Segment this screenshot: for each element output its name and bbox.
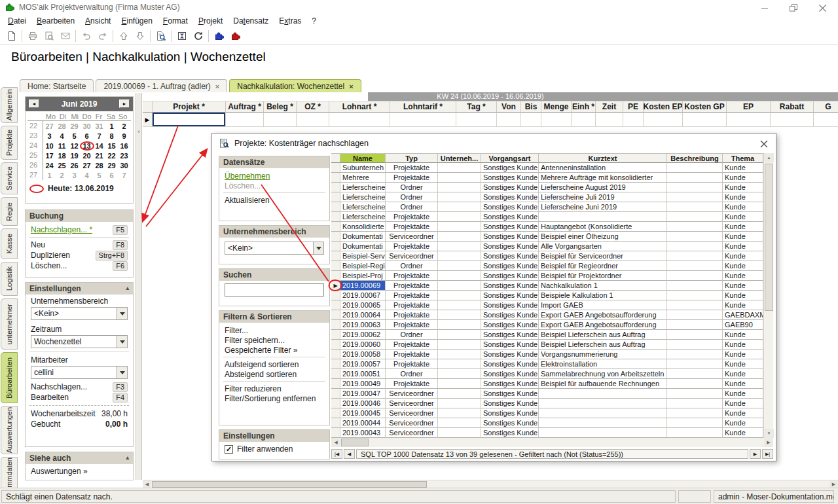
table-cell[interactable]: Lieferscheine August 2019 <box>539 183 667 192</box>
dialog-unternehmensbereich-select[interactable]: <Kein> <box>225 242 324 255</box>
table-cell[interactable] <box>667 192 723 202</box>
table-cell[interactable]: Sonstiges Kunde <box>481 212 539 222</box>
toolbar-mail-button[interactable] <box>57 29 73 43</box>
table-cell[interactable]: 2019.00063 <box>340 320 386 330</box>
table-cell[interactable]: Sonstiges Kunde <box>481 350 539 359</box>
auswertungen-label[interactable]: Auswertungen » <box>31 467 88 476</box>
lookup-column-header-vorgangsart[interactable]: Vorgangsart <box>481 153 539 163</box>
table-cell[interactable] <box>438 320 481 330</box>
dialog-loeschen-command[interactable]: Löschen... <box>219 181 329 190</box>
table-cell[interactable] <box>438 389 481 399</box>
table-row[interactable]: ▶2019.00069ProjektakteSonstiges KundeNac… <box>331 281 763 291</box>
toolbar-redo-button[interactable] <box>94 29 111 43</box>
sidebar-item-regie[interactable]: Regie <box>1 197 18 226</box>
scroll-left-icon[interactable]: ◀ <box>331 438 340 447</box>
table-cell[interactable]: Kunde <box>723 173 763 183</box>
grid-cell-einh[interactable] <box>572 113 596 127</box>
table-cell[interactable]: Lieferscheine <box>340 202 386 212</box>
table-cell[interactable] <box>438 340 481 350</box>
table-cell[interactable]: Import GAEB <box>539 300 667 310</box>
table-cell[interactable]: Sonstiges Kunde <box>481 242 539 251</box>
dialog-close-button[interactable] <box>759 139 769 149</box>
calendar-day[interactable]: 30 <box>81 121 93 131</box>
table-row[interactable]: LieferscheineOrdnerSonstiges KundeLiefer… <box>331 183 763 192</box>
table-cell[interactable]: Sonstiges Kunde <box>481 310 539 320</box>
row-marker-cell[interactable] <box>331 242 340 251</box>
row-marker-cell[interactable] <box>331 202 340 212</box>
table-cell[interactable]: Projektakte <box>386 359 438 369</box>
table-cell[interactable] <box>667 350 723 359</box>
table-cell[interactable] <box>438 212 481 222</box>
table-cell[interactable]: Export GAEB Angebotsaufforderung <box>539 320 667 330</box>
calendar-day[interactable]: 23 <box>118 151 130 160</box>
sidebar-item-unternehmer[interactable]: unternehmer <box>1 298 18 350</box>
aktualisieren-command[interactable]: Aktualisieren <box>219 195 329 205</box>
table-row[interactable]: KonsolidierteProjektakteSonstiges KundeH… <box>331 222 763 232</box>
toolbar-undo-button[interactable] <box>78 29 94 43</box>
table-cell[interactable] <box>438 418 481 428</box>
table-row[interactable]: 2019.00046ServiceordnerSonstiges KundeKu… <box>331 399 763 408</box>
calendar-day[interactable]: 18 <box>56 151 68 160</box>
table-cell[interactable] <box>667 242 723 251</box>
table-cell[interactable]: Kunde <box>723 330 763 340</box>
table-cell[interactable] <box>667 300 723 310</box>
table-cell[interactable] <box>438 163 481 173</box>
table-row[interactable]: 2019.00064ProjektakteSonstiges KundeExpo… <box>331 310 763 320</box>
table-row[interactable]: 2019.00057ProjektakteSonstiges KundeElek… <box>331 359 763 369</box>
duplizieren-command[interactable]: Duplizieren Strg+F8 <box>26 250 133 261</box>
calendar-day[interactable]: 1 <box>105 121 118 131</box>
bearbeiten-label[interactable]: Bearbeiten <box>31 393 69 402</box>
calendar-day[interactable]: 21 <box>93 151 105 160</box>
table-cell[interactable]: Serviceordner <box>386 251 438 261</box>
loeschen-command[interactable]: Löschen... F6 <box>26 261 133 271</box>
filter-command-filterspeichern[interactable]: Filter speichern... <box>219 335 329 345</box>
table-cell[interactable]: Subunterneh <box>340 163 386 173</box>
table-cell[interactable] <box>438 300 481 310</box>
table-cell[interactable]: Sonstiges Kunde <box>481 340 539 350</box>
lookup-column-header-typ[interactable]: Typ <box>386 153 438 163</box>
table-cell[interactable] <box>438 379 481 389</box>
table-cell[interactable]: Beispiel-Proj <box>340 271 386 281</box>
table-cell[interactable]: Export GAEB Angebotsaufforderung <box>539 310 667 320</box>
table-row[interactable]: 2019.00051OrdnerSonstiges KundeSammelabr… <box>331 369 763 379</box>
table-cell[interactable]: Kunde <box>723 202 763 212</box>
menu-item-datensatz[interactable]: Datensatz <box>228 15 274 27</box>
table-cell[interactable]: GAEBDAXML <box>723 310 763 320</box>
grid-cell-beleg[interactable] <box>264 113 297 127</box>
table-cell[interactable]: Sonstiges Kunde <box>481 399 539 408</box>
row-marker-cell[interactable] <box>331 418 340 428</box>
column-header-rabatt[interactable]: Rabatt <box>771 101 814 113</box>
column-header-g[interactable]: G <box>814 101 838 113</box>
calendar-day[interactable]: 28 <box>93 160 105 170</box>
sidebar-splitter[interactable]: ‹ <box>136 93 142 480</box>
table-row[interactable]: DokumentatiProjektakteSonstiges KundeAll… <box>331 242 763 251</box>
table-cell[interactable]: Ordner <box>386 330 438 340</box>
table-cell[interactable]: Beispiel-Regi <box>340 261 386 271</box>
table-cell[interactable]: Sonstiges Kunde <box>481 369 539 379</box>
table-cell[interactable] <box>438 281 481 291</box>
table-cell[interactable]: Serviceordner <box>386 428 438 438</box>
tab-auftrag[interactable]: 2019.00069 - 1. Auftrag (adler)× <box>96 79 227 92</box>
table-cell[interactable]: Kunde <box>723 163 763 173</box>
calendar-day[interactable]: 29 <box>68 121 81 131</box>
calendar-day[interactable]: 28 <box>56 121 68 131</box>
table-cell[interactable]: Beispiel-Servi <box>340 251 386 261</box>
table-cell[interactable]: Projektakte <box>386 271 438 281</box>
table-cell[interactable]: Serviceordner <box>386 399 438 408</box>
calendar-day[interactable]: 14 <box>93 141 105 151</box>
sidebar-item-allgemein[interactable]: Allgemein <box>1 87 18 123</box>
table-cell[interactable] <box>667 428 723 438</box>
row-marker-cell[interactable] <box>331 183 340 192</box>
table-cell[interactable]: Projektakte <box>386 379 438 389</box>
table-cell[interactable]: Projektakte <box>386 340 438 350</box>
table-cell[interactable]: Sonstiges Kunde <box>481 291 539 300</box>
filter-command-filtersortierungentf[interactable]: Filter/Sortierung entfernen <box>219 393 329 403</box>
table-cell[interactable]: Projektakte <box>386 320 438 330</box>
row-marker-cell[interactable] <box>331 300 340 310</box>
row-marker-cell[interactable] <box>331 222 340 232</box>
nachschlagen-f3-command[interactable]: Nachschlagen... F3 <box>26 382 133 392</box>
row-marker-cell[interactable] <box>331 232 340 242</box>
dropdown-arrow-icon[interactable] <box>117 336 127 348</box>
table-row[interactable]: Beispiel-ServiServiceordnerSonstiges Kun… <box>331 251 763 261</box>
row-marker-cell[interactable] <box>331 173 340 183</box>
